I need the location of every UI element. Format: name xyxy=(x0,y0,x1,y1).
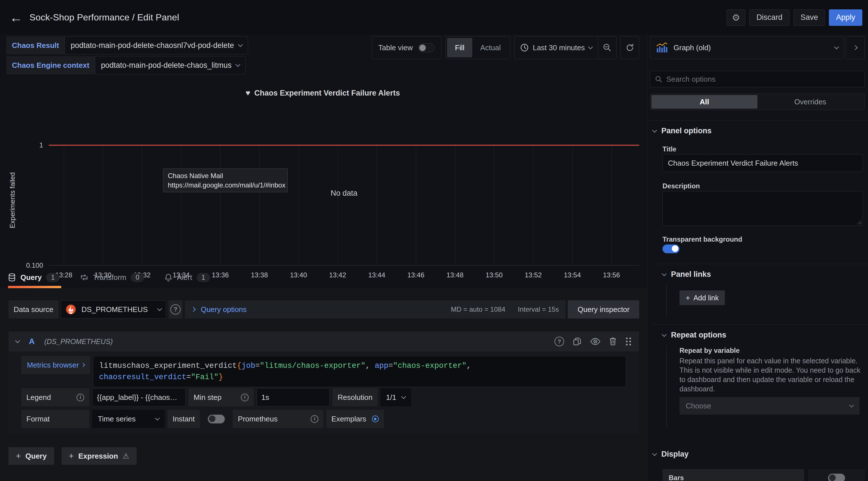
options-sidebar: Graph (old) All Overrides Panel options … xyxy=(647,35,868,481)
format-dropdown[interactable]: Time series xyxy=(92,410,165,428)
resolution-dropdown[interactable]: 1/1 xyxy=(380,388,411,407)
exemplars-cell: Exemplars xyxy=(326,410,384,428)
gridline xyxy=(299,145,299,265)
metrics-browser-button[interactable]: Metrics browser xyxy=(21,356,90,374)
query-datasource-hint: (DS_PROMETHEUS) xyxy=(44,337,113,346)
resolution-label: Resolution xyxy=(333,388,378,407)
bars-toggle[interactable] xyxy=(828,474,845,481)
gridline xyxy=(416,145,416,265)
panel-title-input[interactable] xyxy=(662,154,863,172)
add-query-button[interactable]: + Query xyxy=(8,447,54,465)
y-axis-label: Experiments failed xyxy=(8,132,17,268)
fill-actual-segmented: Fill Actual xyxy=(445,36,510,59)
add-link-button[interactable]: + Add link xyxy=(680,291,725,305)
expr-segment: = xyxy=(186,373,191,382)
prometheus-label-text: Prometheus xyxy=(238,415,278,423)
collapse-sidebar-button[interactable] xyxy=(846,36,865,59)
gridline xyxy=(377,145,377,265)
tab-query[interactable]: Query 1 xyxy=(8,269,60,288)
resize-handle[interactable] xyxy=(857,220,862,224)
min-step-input-field[interactable] xyxy=(261,393,325,402)
zoom-out-button[interactable] xyxy=(598,37,616,59)
duplicate-icon[interactable] xyxy=(572,337,582,346)
eye-icon[interactable] xyxy=(590,337,600,345)
threshold-line xyxy=(49,145,639,146)
options-search-input[interactable] xyxy=(666,75,860,84)
viz-toolbar: Table view Fill Actual Last 30 minutes xyxy=(372,36,639,59)
panel-settings-button[interactable]: ⚙ xyxy=(726,9,745,26)
discard-button[interactable]: Discard xyxy=(749,9,789,26)
promql-expression-input[interactable]: litmuschaos_experiment_verdict{job="litm… xyxy=(93,356,626,387)
variable-value-dropdown[interactable]: podtato-main-pod-delete-chaos_litmus xyxy=(95,56,246,74)
options-search[interactable] xyxy=(650,71,865,87)
query-options-toggle[interactable]: Query options xyxy=(201,305,247,314)
gridline xyxy=(455,145,455,265)
info-icon: i xyxy=(76,394,84,401)
toggle-knob xyxy=(672,245,678,252)
chevron-down-icon xyxy=(834,44,839,49)
tab-all[interactable]: All xyxy=(651,95,757,109)
save-button[interactable]: Save xyxy=(794,9,825,26)
info-icon: i xyxy=(241,394,249,401)
tab-count-badge: 1 xyxy=(46,273,60,282)
options-filter-tabs: All Overrides xyxy=(650,94,865,110)
panel-options-header[interactable]: Panel options xyxy=(653,126,712,135)
tab-overrides[interactable]: Overrides xyxy=(757,95,864,109)
x-tick-label: 13:44 xyxy=(360,271,394,279)
query-inspector-button[interactable]: Query inspector xyxy=(568,300,639,319)
visualization-picker-row: Graph (old) xyxy=(650,36,865,59)
actual-option[interactable]: Actual xyxy=(472,38,508,57)
tab-label: Query xyxy=(21,273,42,282)
chevron-down-icon xyxy=(155,416,160,421)
legend-input-field[interactable] xyxy=(97,393,181,402)
section-guide-line xyxy=(666,285,667,318)
panel-description-textarea[interactable] xyxy=(662,191,863,226)
graph-panel-icon xyxy=(656,42,668,53)
section-guide-line xyxy=(666,345,667,428)
chevron-down-icon xyxy=(662,271,667,276)
panel-links-header[interactable]: Panel links xyxy=(662,270,711,279)
query-help-icon[interactable]: ? xyxy=(555,337,564,346)
refresh-button[interactable] xyxy=(621,36,639,59)
display-header[interactable]: Display xyxy=(653,450,688,459)
expr-segment: litmuschaos_experiment_verdict xyxy=(99,362,237,370)
repeat-description: Repeat this panel for each value in the … xyxy=(680,356,862,394)
apply-button[interactable]: Apply xyxy=(829,9,862,26)
datasource-help-button[interactable]: ? xyxy=(168,300,183,319)
chevron-down-icon xyxy=(401,394,406,399)
panel-title-input-field[interactable] xyxy=(668,159,858,168)
visualization-picker[interactable]: Graph (old) xyxy=(650,36,844,59)
repeat-options-header[interactable]: Repeat options xyxy=(662,331,726,339)
tab-alert[interactable]: Alert 1 xyxy=(164,269,210,288)
plus-icon: + xyxy=(16,451,21,461)
variable-value-dropdown[interactable]: podtato-main-pod-delete-chaosnl7vd-pod-d… xyxy=(65,36,248,55)
bars-label: Bars xyxy=(662,469,804,481)
exemplars-icon[interactable] xyxy=(372,416,379,422)
transparent-background-toggle[interactable] xyxy=(662,244,680,253)
panel-title-row: ♥ Chaos Experiment Verdict Failure Alert… xyxy=(6,89,639,97)
query-card-header[interactable]: A (DS_PROMETHEUS) ? xyxy=(8,332,639,351)
table-view-toggle[interactable] xyxy=(418,43,435,52)
datasource-value: DS_PROMETHEUS xyxy=(81,305,148,314)
trash-icon[interactable] xyxy=(609,337,617,346)
page-title: Sock-Shop Performance / Edit Panel xyxy=(29,12,179,23)
drag-handle-icon[interactable] xyxy=(625,337,631,346)
tab-transform[interactable]: Transform 0 xyxy=(80,269,144,288)
instant-toggle[interactable] xyxy=(208,415,225,423)
min-step-input[interactable] xyxy=(256,388,330,407)
no-data-text: No data xyxy=(331,189,358,198)
topbar-actions: ⚙ Discard Save Apply xyxy=(726,9,862,26)
add-expression-button[interactable]: + Expression ⚠ xyxy=(62,447,136,465)
back-arrow-icon[interactable]: ← xyxy=(10,10,29,25)
transform-icon xyxy=(80,273,88,282)
fill-option[interactable]: Fill xyxy=(447,38,472,57)
gridline xyxy=(220,145,221,265)
time-range-picker[interactable]: Last 30 minutes xyxy=(515,37,598,59)
plot-area[interactable]: No data xyxy=(49,145,639,266)
repeat-variable-select[interactable]: Choose xyxy=(680,397,860,415)
legend-input[interactable] xyxy=(92,388,186,407)
gear-icon: ⚙ xyxy=(732,12,740,23)
datasource-picker[interactable]: DS_PROMETHEUS xyxy=(61,300,166,319)
expr-segment: job xyxy=(242,362,255,370)
gridline xyxy=(64,145,64,265)
